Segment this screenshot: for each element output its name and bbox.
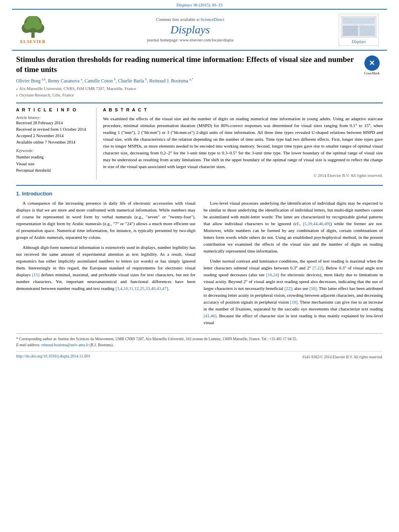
ref-22[interactable]: [22] <box>284 286 292 291</box>
online-date: Available online 7 November 2014 <box>16 140 90 144</box>
body-right-para2: Under normal contrast and luminance cond… <box>204 258 383 326</box>
received-date: Received 28 February 2014 <box>16 121 90 125</box>
svg-point-5 <box>24 22 32 30</box>
elsevier-brand: ELSEVIER <box>20 39 46 44</box>
doi-link[interactable]: http://dx.doi.org/10.1016/j.displa.2014.… <box>16 353 90 359</box>
citation-text: Displays 36 (2015) 30–33 <box>177 2 223 7</box>
title-text: Stimulus duration thresholds for reading… <box>16 55 354 74</box>
page: Displays 36 (2015) 30–33 ELSEVIER Conten… <box>0 0 399 367</box>
journal-header-center: Contents lists available at ScienceDirec… <box>46 17 335 42</box>
body-two-col: A consequence of the increasing presence… <box>16 200 383 330</box>
body-col-right: Low-level visual processes underlying th… <box>204 200 383 330</box>
crossmark-label: CrossMark <box>364 72 380 76</box>
journal-name: Displays <box>46 23 335 36</box>
affiliations: a Aix-Marseille Université, CNRS, ISM UM… <box>16 86 383 99</box>
ref-7-22[interactable]: [7,22] <box>313 265 323 270</box>
abstract-column: A B S T R A C T We examined the effects … <box>97 107 383 179</box>
affil-b-text: Oxylane Research, Lille, France <box>19 92 74 99</box>
doi-text[interactable]: http://dx.doi.org/10.1016/j.displa.2014.… <box>16 354 90 358</box>
keywords-section: Keywords: Number reading Visual size Per… <box>16 148 90 174</box>
body-left-para1: A consequence of the increasing presence… <box>16 200 195 241</box>
affil-b: b Oxylane Research, Lille, France <box>16 92 383 99</box>
elsevier-tree-icon <box>21 16 45 38</box>
svg-rect-11 <box>343 26 358 36</box>
body-col-left: A consequence of the increasing presence… <box>16 200 195 330</box>
ref-group2[interactable]: [5,39,44,46,49] <box>303 221 330 226</box>
svg-point-6 <box>34 22 42 30</box>
affil-a-sup: a <box>16 87 18 92</box>
article-info-column: A R T I C L E I N F O Article history: R… <box>16 107 97 179</box>
crossmark-circle: ✕ <box>364 55 380 71</box>
abstract-heading: A B S T R A C T <box>103 107 383 112</box>
body-left-para2: Although digit-form numerical informatio… <box>16 244 195 292</box>
corresponding-text: * Corresponding author at: Institut des … <box>16 337 297 341</box>
journal-header: ELSEVIER Contents lists available at Sci… <box>12 9 387 51</box>
section-divider <box>16 185 383 186</box>
elsevier-logo: ELSEVIER <box>20 16 46 44</box>
affil-a: a Aix-Marseille Université, CNRS, ISM UM… <box>16 86 383 92</box>
keyword-1: Number reading <box>16 154 90 161</box>
email-label: E-mail address: <box>16 343 41 347</box>
svg-rect-0 <box>31 33 35 38</box>
ref-41-46[interactable]: [41,46] <box>204 313 216 318</box>
footnote-email: E-mail address: reinoud.bootsma@univ-amu… <box>16 342 383 348</box>
affil-a-text: Aix-Marseille Université, CNRS, ISM UMR … <box>19 86 136 92</box>
section-1-title: 1. Introduction <box>16 191 383 197</box>
contents-line: Contents lists available at ScienceDirec… <box>46 17 335 22</box>
bottom-links: http://dx.doi.org/10.1016/j.displa.2014.… <box>16 351 383 359</box>
footnote-corresponding: * Corresponding author at: Institut des … <box>16 336 383 342</box>
issn-info: 0141-9382/© 2014 Elsevier B.V. All right… <box>302 355 383 359</box>
footnote-divider <box>16 333 383 334</box>
article-title: Stimulus duration thresholds for reading… <box>16 55 383 74</box>
journal-cover-thumbnail: Displays <box>339 14 379 46</box>
article-info-heading: A R T I C L E I N F O <box>16 107 90 112</box>
keyword-3: Perceptual threshold <box>16 167 90 174</box>
revised-date: Received in revised form 1 October 2014 <box>16 127 90 131</box>
ref-15[interactable]: [15] <box>32 272 39 277</box>
crossmark-icon: ✕ <box>369 59 375 68</box>
abstract-text: We examined the effects of the visual si… <box>103 115 383 179</box>
keyword-2: Visual size <box>16 161 90 168</box>
svg-rect-12 <box>360 26 375 36</box>
ref-16-24[interactable]: [16,24] <box>266 272 279 277</box>
info-abstract-section: A R T I C L E I N F O Article history: R… <box>16 103 383 179</box>
accepted-date: Accepted 2 November 2014 <box>16 134 90 138</box>
affil-b-sup: b <box>16 93 18 98</box>
email-address[interactable]: reinoud.bootsma@univ-amu.fr <box>41 343 88 347</box>
email-suffix: (R.J. Bootsma). <box>88 343 113 347</box>
svg-rect-10 <box>343 18 375 24</box>
body-right-para1: Low-level visual processes underlying th… <box>204 200 383 255</box>
ref-18[interactable]: [18] <box>290 300 297 304</box>
displays-cover-image <box>341 16 377 38</box>
ref-group1[interactable]: [3,4,10,11,12,25,33,40,43,47] <box>115 286 168 291</box>
journal-url: journal homepage: www.elsevier.com/locat… <box>46 38 335 42</box>
article-content: Stimulus duration thresholds for reading… <box>0 51 399 367</box>
history-label: Article history: <box>16 115 90 120</box>
ref-50[interactable]: [50] <box>309 286 317 291</box>
top-citation-bar: Displays 36 (2015) 30–33 <box>0 0 399 9</box>
displays-label: Displays <box>341 39 377 44</box>
abstract-paragraph: We examined the effects of the visual si… <box>103 115 383 170</box>
sciencedirect-link[interactable]: ScienceDirect <box>200 17 224 22</box>
copyright-text: © 2014 Elsevier B.V. All rights reserved… <box>103 173 383 179</box>
keywords-label: Keywords: <box>16 148 90 153</box>
crossmark-badge[interactable]: ✕ CrossMark <box>361 55 383 77</box>
authors-line: Olivier Borg a,b, Remy Casanova a, Camil… <box>16 78 383 84</box>
